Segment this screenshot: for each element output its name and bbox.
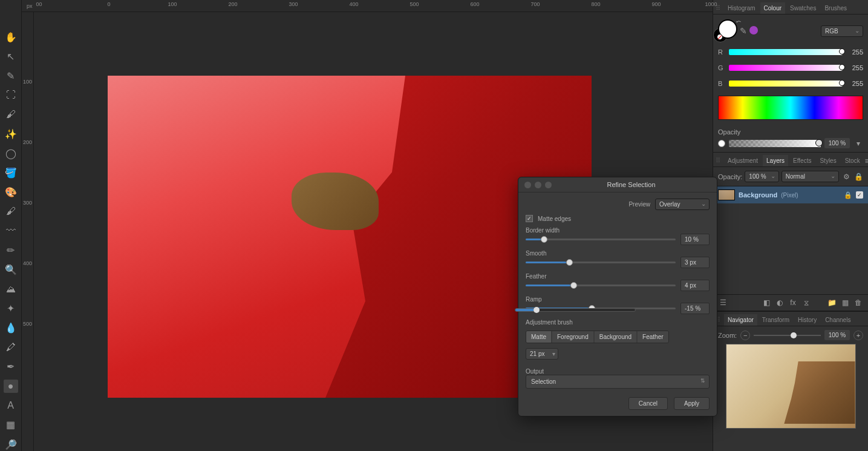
- dodge-tool[interactable]: 🖌: [4, 108, 18, 121]
- ramp-value[interactable]: -15 %: [680, 303, 710, 314]
- inpaint-tool[interactable]: 🖍: [4, 341, 18, 354]
- r-slider[interactable]: [729, 49, 843, 55]
- adjustment-brush-label: Adjustment brush: [526, 319, 710, 326]
- no-color-icon[interactable]: [717, 34, 723, 40]
- zoom-in-button[interactable]: +: [853, 331, 863, 340]
- mesh-tool[interactable]: ▦: [4, 418, 18, 432]
- ruler-v-mark: 300: [23, 200, 32, 206]
- hourglass-icon[interactable]: ⧖: [801, 298, 811, 308]
- new-layer-icon[interactable]: ▦: [840, 298, 850, 308]
- zoom-tool[interactable]: 🔍: [4, 263, 18, 277]
- tab-navigator[interactable]: Navigator: [724, 314, 757, 326]
- crop-tool[interactable]: ⛶: [4, 88, 18, 102]
- brush-tab-foreground[interactable]: Foreground: [552, 331, 593, 343]
- tab-transform[interactable]: Transform: [759, 314, 793, 326]
- tab-adjustment[interactable]: Adjustment: [724, 155, 762, 166]
- layer-visibility-checkbox[interactable]: ✓: [856, 191, 863, 199]
- eyedropper-icon[interactable]: ✎: [740, 26, 747, 36]
- smooth-value[interactable]: 3 px: [680, 257, 710, 268]
- recent-color-dot[interactable]: [749, 26, 758, 35]
- feather-slider[interactable]: [526, 285, 676, 286]
- feather-value[interactable]: 4 px: [680, 280, 710, 291]
- wand-tool[interactable]: ✨: [4, 127, 18, 140]
- mask-icon[interactable]: ◧: [762, 298, 771, 308]
- blend-mode-dropdown[interactable]: Normal: [782, 171, 839, 182]
- g-slider[interactable]: [729, 65, 843, 71]
- paintbrush-tool[interactable]: 🖌: [4, 205, 18, 218]
- hand-tool[interactable]: ✋: [4, 30, 18, 44]
- panel-menu-icon[interactable]: ≡: [865, 156, 868, 166]
- apply-button[interactable]: Apply: [674, 397, 710, 410]
- minimize-icon[interactable]: [535, 182, 541, 188]
- adjustment-icon[interactable]: ◐: [775, 298, 785, 308]
- stamp-tool[interactable]: ⛰: [4, 283, 18, 296]
- brush-tab-background[interactable]: Background: [595, 331, 636, 343]
- lock-icon[interactable]: 🔒: [853, 172, 863, 182]
- b-value[interactable]: 255: [846, 80, 863, 87]
- view-tool[interactable]: 🔎: [4, 438, 18, 451]
- gear-icon[interactable]: ⚙: [841, 172, 851, 182]
- layers-panel-icon[interactable]: ☰: [718, 298, 728, 308]
- b-slider[interactable]: [729, 81, 843, 87]
- swap-colors-icon[interactable]: ⤺: [736, 18, 741, 25]
- border-width-slider[interactable]: [526, 239, 676, 240]
- cancel-button[interactable]: Cancel: [628, 397, 668, 410]
- r-value[interactable]: 255: [846, 48, 863, 56]
- panel-grip-icon[interactable]: ⠿: [716, 157, 720, 165]
- color-wheel-tool[interactable]: 🎨: [4, 185, 18, 199]
- tab-styles[interactable]: Styles: [816, 155, 840, 166]
- smudge-tool[interactable]: 〰: [4, 224, 18, 237]
- tab-swatches[interactable]: Swatches: [786, 2, 820, 14]
- tab-stock[interactable]: Stock: [841, 155, 864, 166]
- opacity-menu-icon[interactable]: ▾: [853, 139, 863, 148]
- layer-opacity-dropdown[interactable]: 100 %: [745, 171, 778, 182]
- feather-label: Feather: [526, 273, 710, 280]
- navigator-preview[interactable]: [726, 344, 856, 429]
- blur-tool[interactable]: 💧: [4, 321, 18, 335]
- close-icon[interactable]: [524, 182, 531, 188]
- color-mode-dropdown[interactable]: RGB: [821, 25, 863, 37]
- marquee-tool[interactable]: ◯: [4, 146, 18, 160]
- pencil-tool[interactable]: ✏: [4, 244, 18, 257]
- dialog-titlebar[interactable]: Refine Selection: [518, 177, 717, 193]
- border-width-value[interactable]: 10 %: [680, 234, 710, 245]
- brush-tab-feather[interactable]: Feather: [638, 331, 668, 343]
- tab-brushes[interactable]: Brushes: [821, 2, 850, 14]
- zoom-value[interactable]: 100 %: [824, 330, 850, 340]
- hue-strip[interactable]: [718, 96, 863, 120]
- maximize-icon[interactable]: [545, 182, 552, 188]
- output-dropdown[interactable]: Selection: [526, 375, 710, 389]
- smooth-slider[interactable]: [526, 262, 676, 263]
- tab-channels[interactable]: Channels: [821, 314, 854, 326]
- move-tool[interactable]: ↖: [4, 50, 18, 63]
- matte-edges-checkbox[interactable]: ✓: [526, 215, 533, 222]
- color-picker-tool[interactable]: ✎: [4, 69, 18, 82]
- opacity-value[interactable]: 100 %: [824, 138, 850, 148]
- tab-histogram[interactable]: Histogram: [724, 2, 759, 14]
- brush-tab-matte[interactable]: Matte: [526, 331, 551, 343]
- layer-lock-icon[interactable]: 🔒: [844, 191, 852, 199]
- tab-colour[interactable]: Colour: [760, 2, 785, 14]
- g-value[interactable]: 255: [846, 64, 863, 71]
- zoom-out-button[interactable]: −: [740, 331, 750, 340]
- shape-tool[interactable]: ●: [4, 380, 18, 393]
- layer-type: (Pixel): [781, 192, 798, 199]
- tab-layers[interactable]: Layers: [763, 155, 788, 166]
- fx-icon[interactable]: fx: [788, 298, 798, 308]
- trash-icon[interactable]: 🗑: [853, 298, 863, 308]
- group-icon[interactable]: 📁: [827, 298, 837, 308]
- text-tool[interactable]: A: [4, 399, 18, 412]
- layers-list-area[interactable]: [713, 203, 868, 294]
- zoom-slider[interactable]: [754, 335, 821, 336]
- foreground-color-swatch[interactable]: ⤺: [718, 19, 737, 39]
- layer-item-background[interactable]: Background (Pixel) 🔒 ✓: [713, 186, 868, 203]
- tab-effects[interactable]: Effects: [789, 155, 815, 166]
- brush-width-slider[interactable]: [515, 308, 636, 312]
- flood-fill-tool[interactable]: 🪣: [4, 166, 18, 179]
- tab-history[interactable]: History: [794, 314, 820, 326]
- brush-width-dropdown[interactable]: 21 px: [526, 348, 558, 360]
- pen-tool[interactable]: ✒: [4, 360, 18, 374]
- opacity-slider[interactable]: [729, 140, 821, 147]
- preview-mode-dropdown[interactable]: Overlay: [655, 199, 710, 210]
- retouch-tool[interactable]: ✦: [4, 302, 18, 315]
